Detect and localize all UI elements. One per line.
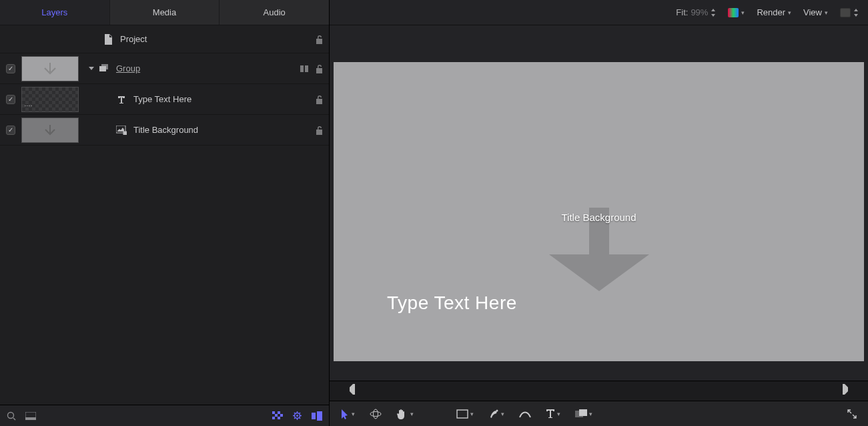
project-label: Project (120, 34, 316, 44)
layer-list: Project ✓ (0, 25, 329, 405)
viewer-toolbar-top: Fit: 99% ▾ Render ▾ View ▾ (330, 0, 868, 25)
dropzone-icon[interactable] (300, 65, 309, 73)
svg-point-14 (374, 409, 378, 419)
svg-rect-15 (457, 410, 468, 418)
pan-tool[interactable]: ▾ (396, 409, 414, 419)
layer-row-group[interactable]: ✓ Group (0, 53, 329, 84)
lock-icon[interactable] (316, 126, 324, 135)
mask-tool[interactable]: ▾ (575, 409, 592, 419)
fit-value: 99% (691, 7, 708, 17)
svg-rect-3 (305, 65, 308, 72)
dropzone-arrow-icon (522, 161, 676, 294)
pen-tool[interactable]: ▾ (488, 409, 504, 419)
disclosure-triangle[interactable] (85, 65, 97, 72)
stepper-icon (853, 9, 859, 17)
window-icon[interactable] (25, 412, 36, 420)
rectangle-tool[interactable]: ▾ (456, 409, 474, 419)
viewer-layout-control[interactable] (840, 8, 859, 17)
color-swatch-icon (728, 8, 739, 17)
svg-rect-12 (317, 411, 322, 421)
chevron-down-icon: ▾ (741, 9, 745, 16)
svg-point-5 (8, 412, 14, 418)
render-label: Render (757, 7, 785, 17)
tab-audio[interactable]: Audio (220, 0, 329, 25)
fit-zoom-control[interactable]: Fit: 99% (676, 7, 716, 17)
view-menu[interactable]: View ▾ (803, 7, 828, 17)
select-tool[interactable]: ▾ (340, 409, 355, 419)
canvas-dropzone-label: Title Background (561, 212, 636, 223)
3d-transform-tool[interactable] (370, 409, 382, 419)
tab-layers[interactable]: Layers (0, 0, 110, 25)
stepper-icon (711, 9, 716, 17)
color-channel-control[interactable]: ▾ (728, 8, 745, 17)
chevron-down-icon: ▾ (410, 411, 414, 417)
tab-media[interactable]: Media (110, 0, 220, 25)
document-icon (101, 34, 115, 45)
chevron-down-icon: ▾ (788, 9, 791, 16)
titlebg-thumbnail[interactable] (21, 118, 79, 143)
fit-label: Fit: (676, 7, 688, 17)
chevron-down-icon: ▾ (470, 411, 474, 417)
layer-row-project[interactable]: Project (0, 25, 329, 53)
text-type-icon (115, 95, 128, 104)
checker-icon[interactable] (272, 411, 283, 421)
text-tool[interactable]: ▾ (546, 409, 560, 419)
render-menu[interactable]: Render ▾ (757, 7, 791, 17)
layer-row-titlebg[interactable]: ✓ Title Background (0, 115, 329, 146)
lock-icon[interactable] (316, 35, 324, 44)
chevron-down-icon: ▾ (557, 411, 560, 417)
mini-timeline[interactable] (330, 381, 868, 401)
group-label[interactable]: Group (116, 63, 300, 73)
group-thumbnail[interactable] (21, 56, 79, 81)
titlebg-label[interactable]: Title Background (133, 125, 316, 135)
canvas-viewport[interactable]: Title Background Type Text Here (334, 62, 864, 361)
chevron-down-icon: ▾ (501, 411, 504, 417)
text-layer-label[interactable]: Type Text Here (133, 94, 316, 104)
layers-panel: Layers Media Audio Project (0, 0, 330, 426)
svg-rect-11 (312, 413, 316, 419)
in-point-marker-icon[interactable] (350, 384, 356, 395)
visibility-checkbox[interactable]: ✓ (6, 64, 15, 73)
group-stack-icon (97, 64, 111, 73)
svg-point-13 (370, 411, 381, 416)
layer-row-text[interactable]: ✓ - - - - Type Text Here (0, 84, 329, 115)
lock-icon[interactable] (316, 95, 324, 104)
paint-stroke-tool[interactable] (519, 409, 531, 419)
svg-rect-1 (101, 64, 108, 69)
search-icon[interactable] (7, 411, 16, 421)
sidebar-tabs: Layers Media Audio (0, 0, 329, 25)
layout-swatch-icon (840, 8, 851, 17)
chevron-down-icon: ▾ (352, 411, 355, 417)
text-thumbnail[interactable]: - - - - (21, 87, 79, 112)
svg-point-10 (296, 415, 298, 417)
canvas-toolbar-bottom: ▾ ▾ ▾ ▾ (330, 401, 868, 426)
svg-rect-18 (579, 409, 587, 416)
expand-viewer-button[interactable] (847, 409, 857, 419)
svg-rect-7 (25, 417, 36, 420)
svg-point-16 (496, 409, 498, 411)
svg-rect-2 (300, 65, 304, 72)
gear-icon[interactable] (292, 411, 302, 421)
viewer-panel: Fit: 99% ▾ Render ▾ View ▾ (330, 0, 868, 426)
chevron-down-icon: ▾ (825, 9, 828, 16)
panels-icon[interactable] (312, 411, 322, 421)
layers-bottom-bar (0, 405, 329, 426)
dropzone-image-icon (115, 126, 128, 135)
chevron-down-icon: ▾ (589, 411, 592, 417)
visibility-checkbox[interactable]: ✓ (6, 126, 15, 135)
out-point-marker-icon[interactable] (841, 384, 848, 395)
canvas-sample-text[interactable]: Type Text Here (387, 292, 517, 314)
visibility-checkbox[interactable]: ✓ (6, 95, 15, 104)
view-label: View (803, 7, 822, 17)
lock-icon[interactable] (316, 64, 324, 73)
